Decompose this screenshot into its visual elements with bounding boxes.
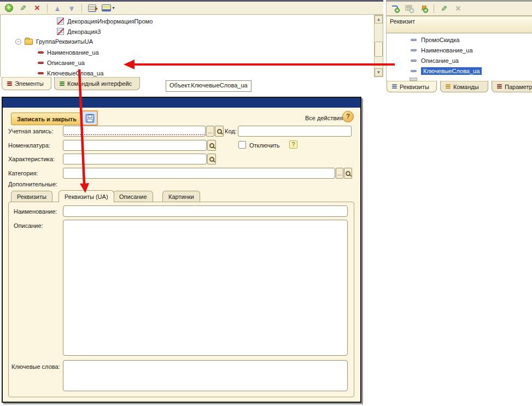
arrow-down-icon: ▼ [68, 4, 75, 12]
category-lookup-button[interactable] [344, 168, 352, 179]
tab-label: Реквизиты [17, 193, 46, 200]
toolbar-separator [434, 4, 434, 13]
move-down-button[interactable]: ▼ [66, 3, 77, 14]
tree-item-label: ГруппаРеквизитыUA [36, 38, 93, 45]
tree-item-field[interactable]: КлючевыеСлова_ua [38, 70, 103, 77]
keywords-textarea[interactable] [63, 360, 348, 391]
scroll-up-button[interactable]: ▲ [375, 15, 383, 23]
tree-item-label: Описание_ua [47, 60, 85, 66]
tree-scrollbar[interactable]: ▲ ▼ [374, 15, 383, 77]
edit-button[interactable]: ✎ [17, 3, 28, 14]
scroll-down-button[interactable]: ▼ [375, 68, 383, 77]
list-item-label: Описание_ua [421, 57, 459, 64]
elements-bars-red-icon [7, 81, 12, 87]
delete-x-disabled-icon: ✕ [455, 4, 461, 13]
collapse-expander-icon[interactable]: − [15, 39, 21, 45]
move-up-button[interactable]: ▲ [52, 3, 63, 14]
tab-commands[interactable]: Команды [440, 81, 488, 92]
help-button[interactable]: ? [342, 111, 354, 122]
form-preview-window: Записать и закрыть Все действия ▾ ? Учет… [2, 97, 361, 403]
add-by-wizard-icon [419, 4, 429, 13]
tree-item-decoration[interactable]: ДекорацияИнформацияПромо [57, 17, 153, 25]
save-close-button[interactable]: Записать и закрыть [11, 113, 83, 125]
list-item-label: Наименование_ua [421, 47, 473, 54]
magnifier-icon [209, 143, 214, 148]
nomenclature-label: Номенклатура: [8, 142, 50, 149]
nomenclature-lookup-button[interactable] [207, 140, 216, 151]
toolbar-separator [81, 4, 82, 13]
attributes-column-header[interactable]: Реквизит [386, 16, 532, 33]
characteristic-lookup-button[interactable] [207, 154, 216, 164]
disable-label: Отключить [249, 142, 280, 149]
floppy-disk-icon [85, 114, 95, 123]
account-ellipsis-button[interactable]: ... [206, 126, 214, 137]
edit-attribute-button[interactable]: ✎ [439, 3, 449, 14]
delete-button[interactable]: ✕ [32, 3, 43, 14]
add-icon: + [5, 4, 13, 12]
tab-attributes-ua[interactable]: Реквизиты (UA) [59, 190, 114, 202]
tab-attributes-ru[interactable]: Реквизиты [11, 191, 52, 202]
decoration-hidden-icon [57, 17, 64, 25]
characteristic-input[interactable] [63, 154, 207, 164]
tab-attributes[interactable]: Реквизиты [387, 81, 437, 92]
save-button[interactable] [81, 110, 98, 126]
tree-item-decoration[interactable]: Декорация3 [57, 28, 101, 35]
all-actions-button[interactable]: Все действия ▾ [305, 115, 347, 121]
tab-label: Реквизиты [400, 84, 429, 90]
scroll-thumb[interactable] [375, 42, 383, 57]
delete-attribute-button[interactable]: ✕ [453, 3, 464, 14]
add-table-attribute-button[interactable] [404, 3, 415, 14]
preview-form-button[interactable]: ▾ [101, 3, 116, 14]
category-ellipsis-button[interactable]: ... [336, 168, 343, 179]
additional-label: Дополнительные: [8, 181, 57, 187]
description-textarea[interactable] [63, 220, 348, 356]
check-form-button[interactable] [86, 3, 97, 14]
tree-item-label: КлючевыеСлова_ua [47, 70, 103, 77]
tab-pictures[interactable]: Картинки [162, 191, 200, 202]
add-table-attribute-icon [405, 4, 414, 13]
code-input[interactable] [238, 126, 352, 137]
list-item[interactable]: Наименование_ua [411, 47, 473, 54]
elements-toolbar: + ✎ ✕ ▲ ▼ ▾ [0, 2, 383, 15]
category-input[interactable] [63, 168, 335, 179]
attribute-icon [411, 49, 417, 51]
chevron-down-icon: ▾ [112, 5, 114, 10]
tree-item-group[interactable]: − ГруппаРеквизитыUA [15, 38, 93, 45]
list-item[interactable]: Описание_ua [411, 57, 459, 64]
list-item[interactable]: ПромоСкидка [411, 37, 459, 43]
add-button[interactable]: + [3, 3, 14, 14]
attribute-icon [411, 60, 417, 62]
account-input[interactable] [63, 126, 206, 137]
nomenclature-input[interactable] [63, 140, 207, 151]
account-lookup-button[interactable] [215, 126, 224, 137]
tree-item-field[interactable]: Наименование_ua [38, 49, 99, 56]
add-attribute-icon [391, 4, 400, 13]
form-field-icon [38, 72, 44, 74]
tree-item-field[interactable]: Описание_ua [38, 60, 85, 66]
delete-x-icon: ✕ [34, 4, 40, 12]
tab-parameters[interactable]: Параметр [492, 81, 532, 92]
bars-brown-icon [497, 84, 502, 90]
tab-label: Картинки [168, 193, 194, 200]
tree-item-label: Декорация3 [67, 28, 101, 35]
add-attribute-button[interactable] [390, 3, 401, 14]
add-by-wizard-button[interactable] [418, 3, 429, 14]
check-form-icon [88, 4, 96, 12]
toolbar-separator [47, 4, 48, 13]
hint-button[interactable]: ? [289, 140, 297, 149]
tab-command-interface[interactable]: Командный интерфейс [54, 77, 140, 90]
disable-checkbox[interactable] [238, 141, 246, 149]
preview-form-icon [102, 4, 111, 11]
tab-label: Команды [453, 84, 479, 90]
category-label: Категория: [8, 170, 38, 176]
tab-elements[interactable]: Элементы [2, 77, 51, 90]
list-item-selected[interactable]: КлючевыеСлова_ua [411, 67, 482, 75]
folder-icon [25, 39, 33, 45]
tab-description[interactable]: Описание [113, 191, 153, 202]
attributes-list: ПромоСкидка Наименование_ua Описание_ua … [386, 33, 532, 81]
tree-item-label: ДекорацияИнформацияПромо [67, 18, 153, 25]
command-bars-green-icon [60, 81, 65, 87]
name-input[interactable] [63, 205, 348, 217]
all-actions-label: Все действия [305, 115, 343, 121]
attribute-icon [411, 70, 417, 72]
